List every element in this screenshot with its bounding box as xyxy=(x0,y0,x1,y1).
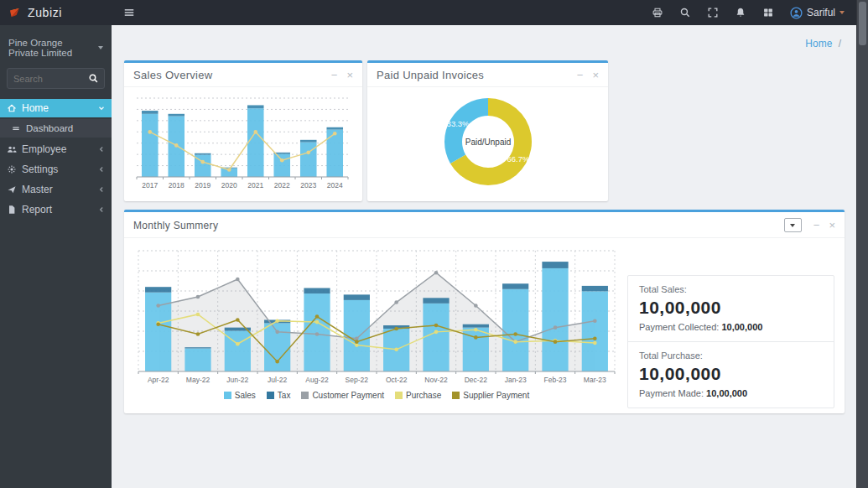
svg-text:2024: 2024 xyxy=(327,181,343,189)
sales-overview-body: 20172018201920202021202220232024 xyxy=(124,87,362,201)
breadcrumb-home-link[interactable]: Home xyxy=(805,38,832,49)
user-avatar-icon xyxy=(790,7,803,19)
sidebar-subitem-label: Dashboard xyxy=(26,123,73,133)
svg-text:Apr-22: Apr-22 xyxy=(148,376,169,384)
collapse-icon[interactable]: − xyxy=(577,70,584,80)
breadcrumb: Home / xyxy=(124,30,845,60)
svg-text:66.7%: 66.7% xyxy=(507,154,529,164)
legend-item: Purchase xyxy=(395,391,441,400)
sidebar-item-employee[interactable]: Employee xyxy=(0,140,112,158)
expand-icon[interactable] xyxy=(707,7,719,18)
sales-overview-header: Sales Overview − × xyxy=(124,63,362,87)
svg-text:2017: 2017 xyxy=(142,181,158,189)
sales-overview-chart: 20172018201920202021202220232024 xyxy=(133,92,352,191)
gear-icon xyxy=(7,164,17,174)
chevron-down-icon xyxy=(98,105,105,112)
caret-down-icon xyxy=(839,11,845,14)
svg-text:Jan-23: Jan-23 xyxy=(505,376,527,384)
sidebar-item-report[interactable]: Report xyxy=(0,200,112,219)
sales-overview-title: Sales Overview xyxy=(133,69,213,81)
close-icon[interactable]: × xyxy=(829,220,835,231)
sidebar-item-master[interactable]: Master xyxy=(0,180,112,199)
legend-swatch xyxy=(267,392,274,399)
monthly-legend: SalesTaxCustomer PaymentPurchaseSupplier… xyxy=(134,391,619,400)
svg-text:2022: 2022 xyxy=(274,181,290,189)
grid-icon[interactable] xyxy=(762,7,774,18)
svg-text:Mar-23: Mar-23 xyxy=(584,376,606,384)
sidebar-item-label: Settings xyxy=(22,164,58,175)
sidebar-item-label: Home xyxy=(22,102,49,114)
users-icon xyxy=(7,144,17,154)
user-menu[interactable]: Sariful xyxy=(790,7,845,19)
search-button[interactable] xyxy=(82,69,104,88)
payment-collected-value: 10,00,000 xyxy=(721,322,762,332)
monthly-summary-header: Monthly Summery − × xyxy=(124,212,845,238)
sidebar-search xyxy=(7,68,105,89)
hamburger-icon[interactable] xyxy=(123,7,135,18)
search-input[interactable] xyxy=(8,74,82,84)
caret-down-icon xyxy=(790,224,795,227)
dashboard-app: Zubizi Pine Orange Private Limited Home … xyxy=(0,0,868,488)
sidebar-item-settings[interactable]: Settings xyxy=(0,160,112,179)
svg-text:Feb-23: Feb-23 xyxy=(544,376,567,384)
svg-text:Sep-22: Sep-22 xyxy=(346,376,369,384)
svg-text:2019: 2019 xyxy=(195,181,211,189)
totals-panel: Total Sales: 10,00,000 Payment Collected… xyxy=(627,275,834,408)
legend-item: Supplier Payment xyxy=(452,391,529,400)
svg-text:Jul-22: Jul-22 xyxy=(268,376,287,384)
svg-text:2020: 2020 xyxy=(221,181,237,189)
legend-swatch xyxy=(395,392,403,399)
paid-unpaid-header: Paid Unpaid Invoices − × xyxy=(367,63,608,87)
total-purchase-label: Total Purchase: xyxy=(639,350,823,361)
sidebar-item-label: Employee xyxy=(22,143,66,155)
chevron-left-icon xyxy=(98,186,105,193)
top-cards-row: Sales Overview − × 201720182019202020212… xyxy=(124,60,845,201)
paid-unpaid-card: Paid Unpaid Invoices − × 66.7%33.3%Paid/… xyxy=(367,60,608,201)
sidebar-item-label: Report xyxy=(22,204,52,215)
total-sales-label: Total Sales: xyxy=(639,284,823,294)
close-icon[interactable]: × xyxy=(346,70,353,80)
scrollbar-thumb[interactable] xyxy=(859,2,866,45)
search-icon[interactable] xyxy=(679,7,691,18)
payment-made: Payment Made: 10,00,000 xyxy=(639,388,823,398)
legend-item: Tax xyxy=(267,391,291,400)
chart-type-select[interactable] xyxy=(784,218,802,232)
payment-collected-label: Payment Collected: xyxy=(639,322,719,332)
sidebar-nav: Home Dashboard Employee Settings Master xyxy=(0,99,112,219)
user-name: Sariful xyxy=(807,7,835,18)
send-icon xyxy=(7,184,17,195)
topbar: Sariful xyxy=(112,0,856,25)
close-icon[interactable]: × xyxy=(592,70,599,80)
legend-swatch xyxy=(301,392,309,399)
dash-icon xyxy=(11,123,21,133)
legend-swatch xyxy=(452,392,460,399)
monthly-summary-chart: Apr-22May-22Jun-22Jul-22Aug-22Sep-22Oct-… xyxy=(134,245,619,386)
svg-text:2021: 2021 xyxy=(247,181,263,189)
sales-overview-card: Sales Overview − × 201720182019202020212… xyxy=(124,60,362,201)
svg-text:Aug-22: Aug-22 xyxy=(305,376,329,384)
company-selector[interactable]: Pine Orange Private Limited xyxy=(0,25,112,68)
company-name: Pine Orange Private Limited xyxy=(8,38,94,58)
svg-text:33.3%: 33.3% xyxy=(446,119,469,128)
payment-made-label: Payment Made: xyxy=(639,388,704,398)
monthly-summary-card: Monthly Summery − × Apr-22May-22Jun-22Ju… xyxy=(124,210,845,413)
logo-bar: Zubizi xyxy=(0,0,112,25)
paid-unpaid-body: 66.7%33.3%Paid/Unpaid xyxy=(367,87,608,200)
svg-text:Paid/Unpaid: Paid/Unpaid xyxy=(465,138,510,147)
sidebar-item-dashboard[interactable]: Dashboard xyxy=(0,119,112,138)
bell-icon[interactable] xyxy=(735,7,746,18)
paid-unpaid-donut-chart: 66.7%33.3%Paid/Unpaid xyxy=(417,89,559,195)
collapse-icon[interactable]: − xyxy=(813,220,820,231)
chevron-left-icon xyxy=(98,206,105,213)
svg-text:May-22: May-22 xyxy=(186,376,211,384)
sidebar-item-label: Master xyxy=(22,184,53,195)
home-icon xyxy=(7,103,17,113)
monthly-summary-title: Monthly Summery xyxy=(133,220,218,231)
main-content: Home / Sales Overview − × 20172018201920… xyxy=(112,25,856,488)
sidebar-item-home[interactable]: Home xyxy=(0,99,112,117)
collapse-icon[interactable]: − xyxy=(331,70,338,80)
caret-down-icon xyxy=(98,46,103,49)
print-icon[interactable] xyxy=(652,7,663,18)
page-scrollbar[interactable] xyxy=(856,0,868,488)
file-icon xyxy=(7,205,17,215)
